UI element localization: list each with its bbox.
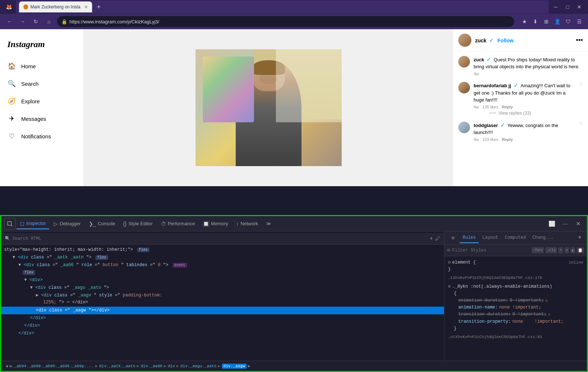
breadcrumb-item-2[interactable]: div._aa06	[141, 364, 162, 368]
comment-heart-bernardofaria[interactable]: ♡	[579, 82, 583, 116]
extensions-icon[interactable]: ⊞	[542, 17, 551, 26]
css-warning-trans-dur: ⚠	[548, 311, 551, 318]
html-line-8[interactable]: </div>	[1, 314, 444, 322]
html-line-7-selected[interactable]: <div class =" _aagw "></div>	[1, 307, 444, 314]
html-tag-div-aatk: <div	[18, 255, 31, 260]
tab-inspector[interactable]: ◻ Inspector	[16, 218, 49, 229]
new-tab-button[interactable]: +	[94, 2, 104, 12]
sidebar-item-explore[interactable]: 🧭 Explore	[4, 93, 79, 109]
sidebar-item-messages[interactable]: ✈ Messages	[4, 111, 79, 127]
refresh-button[interactable]: ↻	[31, 16, 41, 27]
devtools-close-button[interactable]: ✕	[572, 218, 584, 230]
css-tab-changes[interactable]: Chang...	[530, 233, 557, 243]
css-filter-input[interactable]	[452, 248, 530, 253]
home-icon: 🏠	[7, 62, 16, 70]
css-print-button[interactable]: 📋	[577, 247, 584, 253]
html-line-5[interactable]: ▼ <div class =" _aagu _aato ">	[1, 284, 444, 292]
forward-button[interactable]: →	[18, 16, 28, 27]
html-line-10[interactable]: </div>	[1, 330, 444, 337]
active-tab[interactable]: Mark Zuckerberg on Insta... ✕	[19, 1, 92, 12]
css-tab-layout[interactable]: Layout	[479, 233, 501, 243]
messages-label: Messages	[21, 116, 46, 122]
toolbar-icons: ★ ⬇ ⊞ 👤 🛡 ☰	[520, 17, 584, 26]
breadcrumb-item-0[interactable]: w._ab94._ab99._ab9h._ab9k._ab9p....	[10, 364, 94, 368]
css-gear-1[interactable]: ⚙	[448, 259, 451, 266]
tab-console[interactable]: ❯_ Console	[85, 219, 119, 229]
html-line-4[interactable]: ▼ <div>	[1, 276, 444, 284]
comment-heart-toddglaser[interactable]: ♡	[579, 122, 583, 142]
html-line-1[interactable]: style="max-height: inherit; max-width: i…	[1, 246, 444, 254]
follow-button[interactable]: Follow	[497, 38, 513, 43]
css-tab-computed[interactable]: Computed	[502, 233, 529, 243]
html-line-6[interactable]: ▶ <div class =" _aagv " style =" padding…	[1, 292, 444, 306]
comment-time-toddglaser: 4w	[474, 137, 479, 142]
breadcrumb-item-5-active[interactable]: div._aagw	[222, 364, 246, 369]
devtools-more-button[interactable]: ⋯	[559, 218, 571, 230]
comment-zuck: zuck ✓ Quest Pro ships today! Mixed real…	[458, 56, 583, 76]
html-line-3[interactable]: ▼ <div class =" _aa06 " role =" button "…	[1, 261, 444, 276]
firefox-account-icon[interactable]: 👤	[553, 17, 562, 26]
tab-performance[interactable]: ⏱ Performance	[157, 219, 198, 229]
css-tab-rules[interactable]: Rules	[460, 233, 479, 243]
breadcrumb-next-button[interactable]: ▶	[248, 364, 251, 368]
tab-style-editor[interactable]: {} Style Editor	[120, 219, 156, 229]
download-icon[interactable]: ⬇	[531, 17, 540, 26]
breadcrumb-item-4[interactable]: div._aagu._aato	[180, 364, 216, 368]
css-prop-anim-dur-val: 0 !important;	[510, 297, 544, 304]
tab-debugger[interactable]: ▷ Debugger	[50, 219, 84, 229]
tab-network[interactable]: ↕ Network	[232, 219, 262, 229]
tab-close-button[interactable]: ✕	[84, 5, 88, 9]
css-hov-button[interactable]: :hov	[532, 247, 543, 253]
css-filter-bar: ⊟ :hov .cls + ☀ ◐ 📋	[444, 245, 587, 256]
html-line-2[interactable]: ▼ <div class =" _aatk _aatn "> flex	[1, 254, 444, 261]
css-cls-button[interactable]: .cls	[545, 247, 557, 253]
sidebar-item-notifications[interactable]: ♡ Notifications	[4, 128, 79, 144]
maximize-button[interactable]: □	[563, 3, 572, 11]
notifications-icon: ♡	[7, 132, 16, 141]
html-line-9[interactable]: </div>	[1, 322, 444, 330]
instagram-comments-panel: zuck ✓ Follow ••• zuck ✓ Quest Pro ships…	[453, 29, 588, 186]
close-window-button[interactable]: ✕	[575, 3, 584, 11]
html-attr-class-aagw: class	[49, 308, 62, 313]
devtools-panel: ◻ Inspector ▷ Debugger ❯_ Console {} Sty…	[0, 215, 588, 372]
shield-icon[interactable]: 🛡	[564, 17, 573, 26]
comment-meta-toddglaser: 4w 103 likes Reply	[474, 137, 576, 142]
view-replies-bernardofaria[interactable]: View replies (33)	[489, 111, 576, 116]
html-attr-val-aagv: _aagv	[78, 293, 91, 298]
more-options-button[interactable]: •••	[576, 37, 583, 44]
html-add-button[interactable]: +	[429, 235, 433, 242]
css-light-mode-button[interactable]: ☀	[565, 247, 569, 253]
breadcrumb-item-1[interactable]: div._aatk._aatn	[99, 364, 135, 368]
breadcrumb-item-3[interactable]: div	[168, 364, 175, 368]
address-bar[interactable]: 🔒 https://www.instagram.com/p/CkIzKagLyj…	[57, 16, 514, 27]
reply-button-toddglaser[interactable]: Reply	[502, 137, 513, 142]
html-eyedropper-button[interactable]: 🖊	[435, 236, 440, 242]
html-tag-div-aagw-open: <div	[36, 308, 49, 313]
css-prop-trans-prop-name: transition-property:	[458, 318, 511, 325]
css-add-rule-button[interactable]: +	[558, 247, 563, 253]
css-source-label-1: …tXhvKvFnP3zChjh8QlAeC5EOp0a7hF.css:176	[448, 276, 542, 280]
breadcrumb-arrow-1: ▶	[95, 364, 98, 368]
css-gear-2[interactable]: ⚙	[448, 283, 451, 290]
comment-avatar-toddglaser	[458, 122, 470, 133]
html-attr-eq-6: ="	[70, 293, 75, 298]
css-tab-dropdown[interactable]: ▼	[576, 233, 584, 243]
bookmark-icon[interactable]: ★	[520, 17, 529, 26]
responsive-design-button[interactable]: ⬜	[546, 218, 558, 230]
sidebar-item-home[interactable]: 🏠 Home	[4, 58, 79, 74]
pick-element-button[interactable]	[4, 218, 16, 230]
more-tabs-button[interactable]: ≫	[262, 219, 275, 229]
sidebar-item-search[interactable]: 🔍 Search	[4, 76, 79, 92]
breadcrumb-prev-button[interactable]: ◀	[5, 364, 8, 368]
back-button[interactable]: ←	[4, 16, 15, 27]
html-search-input[interactable]	[12, 236, 427, 241]
css-prop-trans-dur-val: 0 !important;	[512, 311, 547, 318]
html-attr-val-aa06: _aa06	[60, 262, 73, 268]
css-dark-mode-button[interactable]: ◐	[570, 247, 575, 253]
menu-icon[interactable]: ☰	[575, 17, 584, 26]
html-line-1-badge-flex: flex	[137, 248, 149, 252]
minimize-button[interactable]: ─	[551, 3, 560, 11]
reply-button-bernardofaria[interactable]: Reply	[502, 105, 513, 109]
home-button[interactable]: ⌂	[44, 16, 54, 27]
tab-memory[interactable]: 🔲 Memory	[199, 219, 232, 229]
